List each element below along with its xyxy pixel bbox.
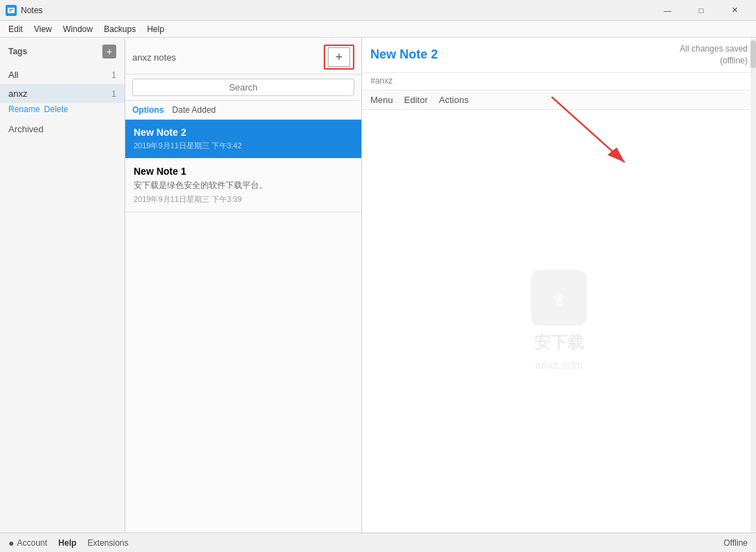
tags-header: Tags + — [0, 38, 125, 65]
account-icon: ● — [8, 537, 14, 549]
main-content: Tags + All 1 anxz 1 Rename Delete Archiv… — [0, 38, 756, 533]
svg-rect-3 — [545, 284, 573, 312]
sidebar-item-anxz[interactable]: anxz 1 — [0, 84, 125, 103]
bottom-bar: ● Account Help Extensions Offline — [0, 533, 756, 552]
save-status: All changes saved (offline) — [680, 43, 748, 67]
sidebar-archived[interactable]: Archived — [0, 118, 125, 140]
account-label: Account — [17, 538, 47, 548]
sidebar: Tags + All 1 anxz 1 Rename Delete Archiv… — [0, 38, 125, 533]
save-status-line2: (offline) — [680, 55, 748, 67]
note-preview-1: 安下载是绿色安全的软件下载平台。 — [134, 180, 353, 191]
new-note-button[interactable]: + — [328, 47, 350, 67]
menu-help[interactable]: Help — [141, 21, 170, 37]
editor-header: All changes saved (offline) — [362, 38, 756, 73]
note-title-input[interactable] — [370, 47, 680, 62]
watermark-sub: anxz.com — [535, 359, 583, 372]
account-item[interactable]: ● Account — [8, 537, 47, 549]
sidebar-anxz-label: anxz — [8, 88, 27, 99]
extensions-item[interactable]: Extensions — [88, 538, 129, 548]
menu-bar: Edit View Window Backups Help — [0, 21, 756, 38]
toolbar-options[interactable]: Options — [132, 105, 164, 115]
menu-backups[interactable]: Backups — [98, 21, 141, 37]
extensions-label: Extensions — [88, 538, 129, 548]
watermark-icon — [531, 270, 587, 326]
sidebar-all-count: 1 — [111, 70, 116, 80]
note-item-1[interactable]: New Note 1 安下载是绿色安全的软件下载平台。 2019年9月11日星期… — [125, 159, 361, 212]
notes-list: New Note 2 2019年9月11日星期三 下午3:42 New Note… — [125, 120, 361, 533]
watermark-text: 安下载 — [534, 331, 584, 354]
note-date-0: 2019年9月11日星期三 下午3:42 — [134, 141, 353, 151]
editor-body[interactable]: 安下载 anxz.com — [362, 110, 756, 533]
minimize-button[interactable]: — — [652, 0, 684, 21]
note-title-0: New Note 2 — [134, 127, 353, 138]
note-item-0[interactable]: New Note 2 2019年9月11日星期三 下午3:42 — [125, 120, 361, 159]
tags-label: Tags — [8, 47, 27, 56]
new-note-outline: + — [324, 45, 354, 70]
sidebar-anxz-count: 1 — [111, 89, 116, 99]
window-controls: — □ ✕ — [652, 0, 750, 21]
offline-status: Offline — [724, 538, 748, 548]
add-tag-button[interactable]: + — [102, 45, 116, 58]
watermark: 安下载 anxz.com — [531, 270, 587, 372]
toolbar-actions[interactable]: Actions — [439, 95, 469, 105]
note-date-1: 2019年9月11日星期三 下午3:39 — [134, 194, 353, 205]
scrollbar[interactable] — [750, 38, 756, 533]
close-button[interactable]: ✕ — [718, 0, 750, 21]
app-title: Notes — [21, 6, 652, 15]
delete-link[interactable]: Delete — [44, 104, 68, 114]
notebook-title: anxz notes — [132, 52, 318, 63]
help-item[interactable]: Help — [58, 538, 77, 548]
editor-toolbar: Menu Editor Actions — [362, 90, 756, 110]
scrollbar-thumb[interactable] — [750, 40, 756, 68]
note-tag-line: #anxz — [362, 73, 756, 90]
menu-window[interactable]: Window — [57, 21, 98, 37]
notes-panel: anxz notes + Options Date Added New Note… — [125, 38, 362, 533]
rename-link[interactable]: Rename — [8, 104, 40, 114]
toolbar-menu[interactable]: Menu — [370, 95, 393, 105]
toolbar-date-added[interactable]: Date Added — [172, 105, 216, 115]
sidebar-item-actions: Rename Delete — [0, 103, 125, 118]
menu-edit[interactable]: Edit — [3, 21, 29, 37]
app-icon — [6, 5, 17, 16]
sidebar-item-all[interactable]: All 1 — [0, 65, 125, 84]
menu-view[interactable]: View — [29, 21, 58, 37]
save-status-line1: All changes saved — [680, 43, 748, 55]
notes-header: anxz notes + — [125, 38, 361, 74]
help-label: Help — [58, 538, 77, 548]
title-bar: Notes — □ ✕ — [0, 0, 756, 21]
editor-panel: All changes saved (offline) #anxz Menu E… — [362, 38, 756, 533]
search-input[interactable] — [132, 79, 354, 96]
note-title-1: New Note 1 — [134, 166, 353, 177]
maximize-button[interactable]: □ — [685, 0, 717, 21]
notes-toolbar: Options Date Added — [125, 101, 361, 120]
svg-rect-2 — [9, 10, 12, 11]
new-note-wrapper: + — [324, 45, 354, 70]
sidebar-all-label: All — [8, 70, 18, 80]
search-bar — [125, 74, 361, 101]
toolbar-editor[interactable]: Editor — [404, 95, 428, 105]
svg-rect-1 — [9, 9, 13, 10]
